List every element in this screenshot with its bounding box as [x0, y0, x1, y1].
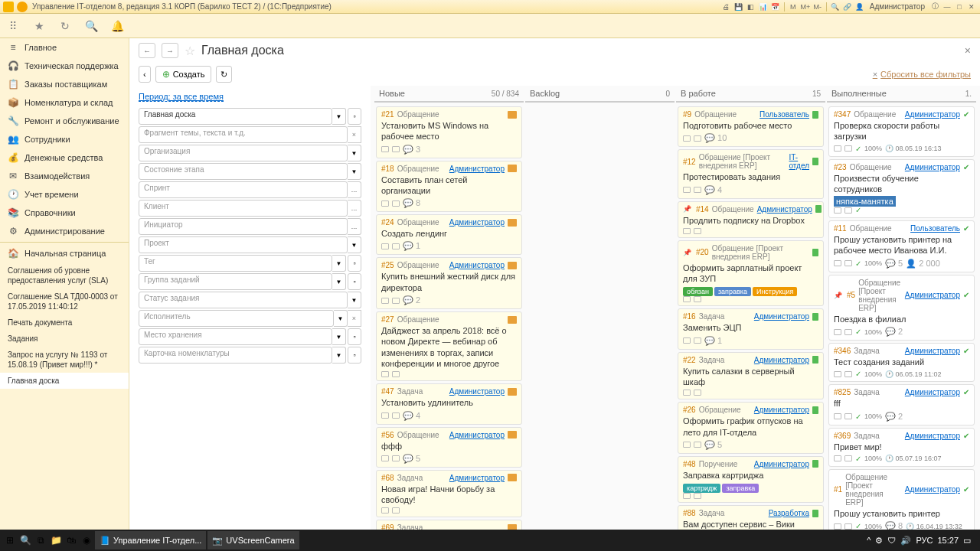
kanban-card[interactable]: #22ЗадачаАдминистраторКупить салазки в с…	[678, 352, 824, 400]
m-minus-icon[interactable]: M-	[812, 2, 823, 12]
open-ext-icon[interactable]: ▫	[348, 347, 361, 364]
taskview-button[interactable]: ⧉	[34, 533, 47, 547]
chevron-down-icon[interactable]: ▼	[332, 347, 346, 364]
kanban-card[interactable]: #346ЗадачаАдминистратор✔Тест создания за…	[828, 343, 975, 382]
nav-support[interactable]: 🎧Техническая поддержка	[0, 57, 129, 75]
print-icon[interactable]: 🖨	[721, 2, 732, 12]
sub-board[interactable]: Главная доска	[0, 373, 129, 389]
kanban-card[interactable]: #21ОбращениеУстановить MS Windows на раб…	[376, 106, 522, 158]
kanban-card[interactable]: #18ОбращениеАдминистраторСоставить план …	[376, 161, 522, 213]
kanban-card[interactable]: #369ЗадачаАдминистратор✔Привет мир!✓100%…	[828, 428, 975, 467]
kanban-card[interactable]: #27ОбращениеДайджест за апрель 2018: всё…	[376, 311, 522, 381]
user-label[interactable]: Администратор	[867, 2, 928, 11]
kanban-card[interactable]: #23ОбращениеАдминистратор✔Произвести обу…	[828, 159, 975, 219]
star-icon[interactable]: ★	[32, 19, 46, 33]
bell-icon[interactable]: 🔔	[110, 19, 124, 33]
exec-filter[interactable]: Исполнитель	[139, 310, 334, 327]
taskbar-app-uv[interactable]: 📷UVScreenCamera	[207, 531, 299, 549]
kanban-card[interactable]: 📌#20Обращение [Проект внедрения ERP]Офор…	[678, 240, 824, 307]
chrome-icon[interactable]: ◉	[80, 533, 93, 547]
search-button[interactable]: 🔍	[18, 533, 32, 547]
start-button[interactable]: ⊞	[3, 533, 17, 547]
kanban-card[interactable]: #24ОбращениеАдминистраторСоздать лендинг…	[376, 214, 522, 255]
m-plus-icon[interactable]: M+	[800, 2, 811, 12]
chevron-down-icon[interactable]: ▼	[348, 236, 361, 253]
sprint-filter[interactable]: Спринт	[139, 181, 348, 198]
kanban-card[interactable]: #47ЗадачаАдминистраторУстановить удлинит…	[376, 383, 522, 424]
taskbar-app-1c[interactable]: 📘Управление IT-отдел...	[95, 531, 206, 549]
nav-orders[interactable]: 📋Заказы поставщикам	[0, 75, 129, 93]
kanban-card[interactable]: 📌#14ОбращениеАдминистраторПродлить подпи…	[678, 201, 824, 238]
org-filter[interactable]: Организация	[139, 145, 348, 161]
state-filter[interactable]: Состояние этапа	[139, 163, 348, 180]
nav-repair[interactable]: 🔧Ремонт и обслуживание	[0, 112, 129, 130]
chevron-down-icon[interactable]: ▼	[348, 145, 361, 161]
kanban-card[interactable]: #56ОбращениеАдминистраторффф💬 5	[376, 427, 522, 468]
link-icon[interactable]: 🔗	[842, 2, 853, 12]
nav-interactions[interactable]: ✉Взаимодействия	[0, 167, 129, 185]
more-icon[interactable]: …	[348, 200, 361, 217]
nav-stock[interactable]: 📦Номенклатура и склад	[0, 93, 129, 112]
calc-icon[interactable]: 📊	[758, 2, 769, 12]
collapse-button[interactable]: ‹	[139, 66, 151, 83]
chevron-down-icon[interactable]: ▼	[332, 273, 346, 290]
nav-staff[interactable]: 👥Сотрудники	[0, 130, 129, 148]
chevron-down-icon[interactable]: ▼	[332, 328, 346, 345]
nav-time[interactable]: 🕐Учет времени	[0, 185, 129, 204]
minimize-icon[interactable]: —	[942, 2, 952, 12]
nav-money[interactable]: 💰Денежные средства	[0, 148, 129, 167]
m-icon[interactable]: M	[788, 2, 799, 12]
back-button[interactable]: ←	[139, 43, 155, 58]
kanban-card[interactable]: #69ЗадачаСовершенноЛЕТНИЙ GameXP!	[376, 520, 522, 530]
board-select[interactable]: Главная доска	[139, 108, 332, 125]
refresh-button[interactable]: ↻	[216, 66, 232, 83]
apps-icon[interactable]: ⠿	[6, 19, 20, 33]
dropdown-icon[interactable]	[17, 2, 28, 12]
kanban-card[interactable]: #11ОбращениеПользователь✔Прошу установит…	[828, 220, 975, 272]
info-icon[interactable]: ⓘ	[929, 2, 940, 12]
reset-filters-link[interactable]: ×Сбросить все фильтры	[873, 70, 971, 79]
tag-filter[interactable]: Тег	[139, 255, 332, 272]
nav-main[interactable]: ≡Главное	[0, 38, 129, 57]
forward-button[interactable]: →	[162, 43, 178, 58]
search-icon[interactable]: 🔍	[84, 19, 98, 33]
nav-start[interactable]: 🏠Начальная страница	[0, 244, 129, 262]
period-link[interactable]: Период: за все время	[139, 92, 224, 102]
sub-print[interactable]: Печать документа	[0, 315, 129, 331]
explorer-icon[interactable]: 📁	[49, 533, 63, 547]
clear-icon[interactable]: ×	[348, 310, 361, 327]
create-button[interactable]: ⊕Создать	[155, 66, 212, 83]
close-icon[interactable]: ✕	[966, 2, 977, 12]
system-tray[interactable]: ^⚙🛡🔊РУС15:27▭	[867, 536, 977, 546]
kanban-card[interactable]: #26ОбращениеАдминистраторОформить график…	[678, 402, 824, 454]
chevron-down-icon[interactable]: ▼	[332, 108, 346, 125]
kanban-card[interactable]: #12Обращение [Проект внедрения ERP]IT-от…	[678, 149, 824, 198]
compare-icon[interactable]: ◧	[746, 2, 756, 12]
more-icon[interactable]: …	[348, 181, 361, 198]
open-ext-icon[interactable]: ▫	[348, 273, 361, 290]
sub-tasks[interactable]: Задания	[0, 331, 129, 347]
chevron-down-icon[interactable]: ▼	[332, 255, 346, 272]
status-filter[interactable]: Статус задания	[139, 292, 348, 308]
chevron-down-icon[interactable]: ▼	[334, 310, 348, 327]
group-filter[interactable]: Группа заданий	[139, 273, 332, 290]
project-filter[interactable]: Проект	[139, 236, 348, 253]
initiator-filter[interactable]: Инициатор	[139, 218, 348, 235]
open-ext-icon[interactable]: ▫	[348, 328, 361, 345]
kanban-card[interactable]: #9ОбращениеПользовательПодготовить рабоч…	[678, 106, 824, 147]
open-ext-icon[interactable]: ▫	[348, 255, 361, 272]
kanban-card[interactable]: #25ОбращениеАдминистраторКупить внешний …	[376, 257, 522, 309]
chevron-down-icon[interactable]: ▼	[348, 163, 361, 180]
search-icon[interactable]: 🔍	[830, 2, 841, 12]
nav-admin[interactable]: ⚙Администрирование	[0, 222, 129, 240]
kanban-card[interactable]: #48ПоручениеАдминистраторЗаправка картри…	[678, 456, 824, 503]
sub-sla[interactable]: Соглашения об уровне предоставления услу…	[0, 262, 129, 289]
kanban-card[interactable]: 📌#5Обращение [Проект внедрения ERP]Админ…	[828, 275, 975, 341]
text-filter[interactable]: Фрагмент темы, текста и т.д.	[139, 126, 348, 143]
kanban-card[interactable]: #16ЗадачаАдминистраторЗаменить ЭЦП💬 1	[678, 308, 824, 349]
store-icon[interactable]: 🛍	[64, 533, 78, 547]
nav-refs[interactable]: 📚Справочники	[0, 204, 129, 222]
chevron-down-icon[interactable]: ▼	[348, 292, 361, 308]
favorite-icon[interactable]: ☆	[185, 44, 195, 58]
save-icon[interactable]: 💾	[733, 2, 744, 12]
